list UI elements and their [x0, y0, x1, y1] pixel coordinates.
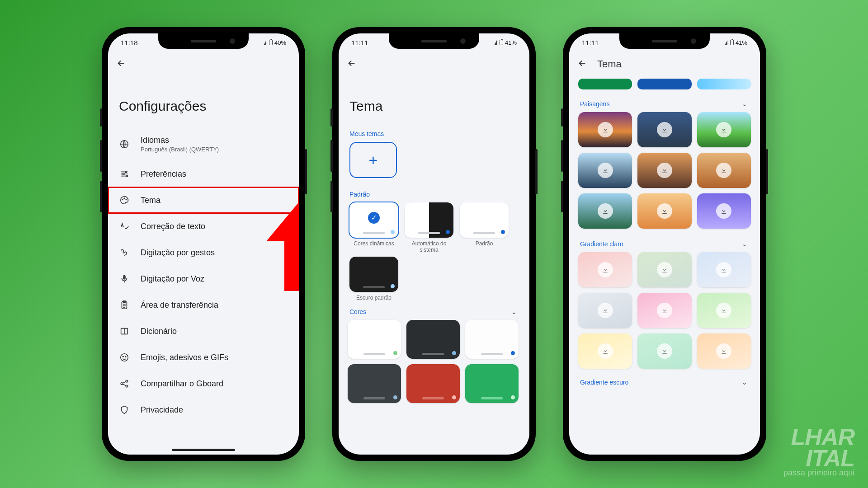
settings-sublabel: Português (Brasil) (QWERTY)	[141, 146, 219, 153]
landscape-theme[interactable]	[697, 112, 751, 147]
phone-3: 11:11 41% Tema Paisagens ⌄	[563, 27, 766, 461]
watermark-brand-2: ITAL	[806, 445, 854, 471]
gradient-theme[interactable]	[697, 293, 751, 328]
settings-row-spellcheck[interactable]: Correção de texto	[108, 213, 299, 239]
back-icon[interactable]	[577, 58, 587, 70]
download-icon	[657, 303, 672, 318]
download-icon	[657, 262, 672, 277]
share-icon	[119, 379, 130, 389]
landscape-theme[interactable]	[578, 193, 632, 229]
settings-label: Área de transferência	[141, 300, 218, 310]
download-icon	[598, 203, 613, 219]
download-icon	[598, 163, 613, 178]
palette-icon	[119, 195, 130, 205]
chevron-down-icon: ⌄	[742, 100, 747, 108]
app-bar	[339, 52, 529, 77]
section-landscapes-label: Paisagens	[580, 100, 609, 108]
gradient-theme[interactable]	[697, 252, 751, 287]
status-battery: 41%	[505, 39, 517, 46]
status-battery: 40%	[274, 39, 286, 46]
download-icon	[716, 163, 731, 178]
gradient-theme[interactable]	[637, 293, 691, 328]
gradient-theme[interactable]	[578, 333, 632, 369]
phone-2: 11:11 41% Tema Meus temas + Padrão	[332, 27, 536, 461]
gradient-theme[interactable]	[637, 252, 691, 287]
landscape-theme[interactable]	[578, 153, 632, 188]
svg-point-12	[125, 356, 126, 357]
color-band-partial	[569, 79, 760, 92]
svg-point-2	[123, 173, 124, 175]
clipboard-icon	[119, 300, 130, 310]
settings-row-gesture[interactable]: Digitação por gestos	[108, 239, 299, 266]
theme-caption: Escuro padrão	[356, 295, 392, 302]
phone-1: 11:18 40% Configurações IdiomasPortuguês…	[102, 27, 305, 461]
theme-caption: Padrão	[476, 240, 493, 248]
section-gradient-dark-label: Gradiente escuro	[580, 379, 628, 386]
settings-label: Compartilhar o Gboard	[141, 379, 223, 389]
status-time: 11:18	[121, 39, 138, 47]
globe-icon	[119, 139, 130, 149]
chevron-down-icon: ⌄	[742, 240, 747, 248]
mic-icon	[119, 274, 130, 284]
download-icon	[716, 122, 731, 137]
settings-row-shield[interactable]: Privacidade	[108, 397, 299, 423]
back-icon[interactable]	[116, 58, 126, 70]
settings-row-mic[interactable]: Digitação por Voz	[108, 266, 299, 292]
signal-icon	[264, 40, 266, 45]
svg-point-4	[122, 199, 123, 200]
landscape-theme[interactable]	[697, 153, 751, 188]
section-gradient-dark[interactable]: Gradiente escuro ⌄	[569, 376, 760, 390]
section-landscapes[interactable]: Paisagens ⌄	[569, 98, 760, 112]
color-swatch-light[interactable]	[465, 320, 519, 359]
color-swatch-white[interactable]	[348, 320, 401, 359]
chevron-down-icon: ⌄	[511, 308, 517, 315]
settings-label: Privacidade	[141, 405, 183, 415]
settings-row-share[interactable]: Compartilhar o Gboard	[108, 371, 299, 397]
color-swatch-red[interactable]	[406, 364, 460, 403]
settings-row-palette[interactable]: Tema	[108, 187, 299, 213]
landscape-theme[interactable]	[637, 193, 691, 229]
settings-label: Digitação por Voz	[141, 274, 204, 284]
settings-row-book[interactable]: Dicionário	[108, 318, 299, 344]
section-gradient-light-label: Gradiente claro	[580, 240, 623, 248]
gradient-theme[interactable]	[578, 252, 632, 287]
settings-row-clipboard[interactable]: Área de transferência	[108, 292, 299, 318]
download-icon	[657, 163, 672, 178]
settings-row-sliders[interactable]: Preferências	[108, 161, 299, 187]
color-swatch-green[interactable]	[465, 364, 519, 403]
download-icon	[657, 122, 672, 137]
landscape-theme[interactable]	[697, 193, 751, 229]
section-colors-label: Cores	[349, 308, 366, 315]
color-swatch-darkgrey[interactable]	[348, 364, 401, 403]
download-icon	[598, 303, 613, 318]
landscape-theme[interactable]	[637, 112, 691, 147]
gradient-theme[interactable]	[697, 333, 751, 369]
theme-system-auto[interactable]	[405, 202, 453, 238]
battery-icon	[500, 40, 503, 45]
theme-default[interactable]	[460, 202, 509, 238]
download-icon	[598, 262, 613, 277]
section-colors[interactable]: Cores ⌄	[339, 305, 529, 320]
theme-dynamic-colors[interactable]	[349, 202, 398, 238]
status-battery: 41%	[736, 39, 747, 46]
landscape-theme[interactable]	[637, 153, 691, 188]
gradient-theme[interactable]	[578, 293, 632, 328]
spellcheck-icon	[119, 221, 130, 231]
settings-row-emoji[interactable]: Emojis, adesivos e GIFs	[108, 344, 299, 371]
theme-caption: Automático do sistema	[405, 240, 453, 253]
signal-icon	[725, 40, 727, 45]
back-icon[interactable]	[347, 58, 357, 70]
emoji-icon	[119, 352, 130, 362]
svg-point-1	[125, 171, 127, 173]
add-theme-button[interactable]: +	[349, 142, 397, 178]
section-gradient-light[interactable]: Gradiente claro ⌄	[569, 238, 760, 252]
color-swatch-black[interactable]	[406, 320, 460, 359]
settings-row-globe[interactable]: IdiomasPortuguês (Brasil) (QWERTY)	[108, 127, 299, 161]
svg-point-3	[126, 175, 128, 177]
gradient-theme[interactable]	[637, 333, 691, 369]
app-bar	[108, 52, 299, 77]
theme-default-dark[interactable]	[349, 257, 398, 292]
battery-icon	[269, 40, 273, 45]
download-icon	[598, 122, 613, 137]
landscape-theme[interactable]	[578, 112, 632, 147]
